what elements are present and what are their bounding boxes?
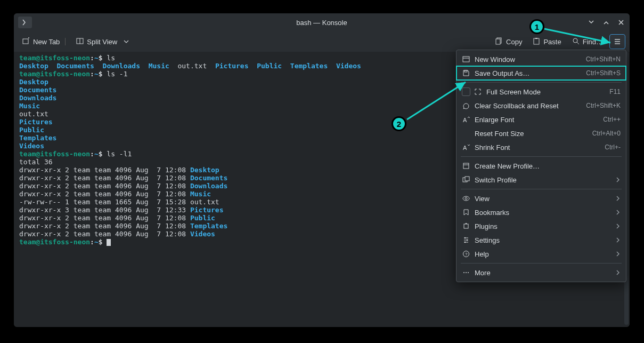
menu-item-label: Enlarge Font <box>475 116 599 124</box>
blank-icon <box>462 129 470 138</box>
copy-button[interactable]: Copy <box>491 35 526 49</box>
menu-item-settings[interactable]: Settings <box>456 233 626 247</box>
help-icon: ? <box>462 250 470 258</box>
menu-shortcut: Ctrl+Shift+K <box>586 102 621 109</box>
menu-item-plugins[interactable]: Plugins <box>456 219 626 233</box>
annotation-arrow-1 <box>543 27 618 48</box>
konsole-window: bash — Konsole New Tab Split View Copy P… <box>14 13 630 327</box>
chevron-right-icon <box>615 236 621 244</box>
switch-icon <box>462 176 470 184</box>
new-tab-button[interactable]: New Tab <box>18 35 70 49</box>
menu-item-more[interactable]: More <box>456 266 626 280</box>
menu-item-shrink-font[interactable]: AShrink FontCtrl+- <box>456 140 626 154</box>
menu-item-label: View <box>475 195 611 203</box>
menu-shortcut: F11 <box>609 88 621 95</box>
svg-rect-5 <box>534 38 539 44</box>
svg-point-32 <box>468 272 469 273</box>
menu-item-label: Settings <box>475 236 611 244</box>
svg-rect-4 <box>496 39 500 44</box>
menu-item-create-new-profile[interactable]: Create New Profile… <box>456 159 626 173</box>
svg-rect-20 <box>464 224 468 228</box>
window-icon <box>462 55 470 63</box>
font-small-icon: A <box>462 143 470 151</box>
split-view-label: Split View <box>87 38 117 46</box>
svg-point-31 <box>466 272 467 273</box>
svg-point-18 <box>463 196 469 201</box>
menu-separator <box>461 263 622 264</box>
menu-item-label: Save Output As… <box>475 69 582 77</box>
annotation-arrow-2 <box>406 79 475 122</box>
menu-item-switch-profile[interactable]: Switch Profile <box>456 173 626 187</box>
menu-shortcut: Ctrl+Shift+N <box>586 55 621 63</box>
chevron-right-icon <box>615 195 621 203</box>
chevron-down-icon <box>124 38 129 46</box>
menu-shortcut: Ctrl++ <box>603 116 621 123</box>
save-icon <box>462 69 470 77</box>
svg-rect-14 <box>463 163 469 169</box>
svg-text:A: A <box>463 145 467 151</box>
menu-separator <box>461 156 622 157</box>
svg-rect-6 <box>535 38 537 39</box>
svg-rect-0 <box>23 39 28 44</box>
svg-line-33 <box>544 29 610 43</box>
hamburger-menu: New WindowCtrl+Shift+NSave Output As…Ctr… <box>456 50 626 282</box>
menu-separator <box>461 82 622 83</box>
svg-point-26 <box>467 240 468 241</box>
copy-label: Copy <box>506 38 522 46</box>
menu-item-label: Reset Font Size <box>475 130 588 138</box>
menu-item-enlarge-font[interactable]: AEnlarge FontCtrl++ <box>456 113 626 126</box>
menu-item-label: Switch Profile <box>475 176 611 184</box>
chevron-right-icon <box>615 269 621 277</box>
dropdown-separator <box>65 38 66 45</box>
menu-item-label: Shrink Font <box>475 143 600 151</box>
chevron-right-icon <box>615 176 621 184</box>
annotation-step-2: 2 <box>392 116 406 131</box>
menu-item-new-window[interactable]: New WindowCtrl+Shift+N <box>456 52 626 66</box>
close-icon[interactable] <box>617 18 625 27</box>
profile-icon <box>462 162 470 170</box>
menu-shortcut: Ctrl+Shift+S <box>586 69 621 77</box>
plugin-icon <box>462 222 470 230</box>
split-view-button[interactable]: Split View <box>72 35 133 49</box>
svg-point-19 <box>465 197 467 200</box>
menu-item-label: More <box>475 269 611 277</box>
menu-item-label: Full Screen Mode <box>486 88 605 96</box>
menu-item-label: Plugins <box>475 222 611 230</box>
maximize-icon[interactable] <box>602 18 610 27</box>
view-icon <box>462 194 470 203</box>
chevron-right-icon <box>615 250 621 258</box>
paste-icon <box>533 37 540 46</box>
menu-item-label: Create New Profile… <box>475 162 621 170</box>
chevron-right-icon <box>615 222 621 230</box>
menu-item-save-output-as[interactable]: Save Output As…Ctrl+Shift+S <box>456 66 626 80</box>
menu-item-reset-font-size[interactable]: Reset Font SizeCtrl+Alt+0 <box>456 126 626 140</box>
svg-point-30 <box>463 272 464 273</box>
menu-item-full-screen-mode[interactable]: Full Screen ModeF11 <box>456 85 626 99</box>
menu-item-view[interactable]: View <box>456 192 626 205</box>
menu-item-label: Clear Scrollback and Reset <box>475 102 582 110</box>
menu-item-label: Bookmarks <box>475 209 611 217</box>
annotation-step-1: 1 <box>529 19 544 34</box>
chevron-right-icon <box>615 209 621 217</box>
split-view-icon <box>76 37 84 46</box>
minimize-icon[interactable] <box>587 18 596 27</box>
svg-rect-17 <box>465 177 469 181</box>
settings-icon <box>462 236 470 244</box>
new-tab-icon <box>22 37 30 46</box>
new-tab-label: New Tab <box>33 38 60 46</box>
menu-item-clear-scrollback-and-reset[interactable]: Clear Scrollback and ResetCtrl+Shift+K <box>456 99 626 113</box>
menu-item-label: Help <box>475 250 611 258</box>
toolbar: New Tab Split View Copy Paste Find… <box>14 31 630 52</box>
more-icon <box>462 268 470 277</box>
menu-item-bookmarks[interactable]: Bookmarks <box>456 205 626 219</box>
menu-item-label: New Window <box>475 55 582 63</box>
bookmark-icon <box>462 208 470 217</box>
svg-point-25 <box>464 237 466 238</box>
svg-rect-11 <box>464 70 467 72</box>
copy-icon <box>495 37 503 46</box>
svg-rect-21 <box>466 223 467 224</box>
menu-shortcut: Ctrl+- <box>605 143 621 151</box>
menu-item-help[interactable]: ?Help <box>456 247 626 261</box>
svg-point-27 <box>464 242 466 243</box>
svg-text:?: ? <box>465 252 468 257</box>
